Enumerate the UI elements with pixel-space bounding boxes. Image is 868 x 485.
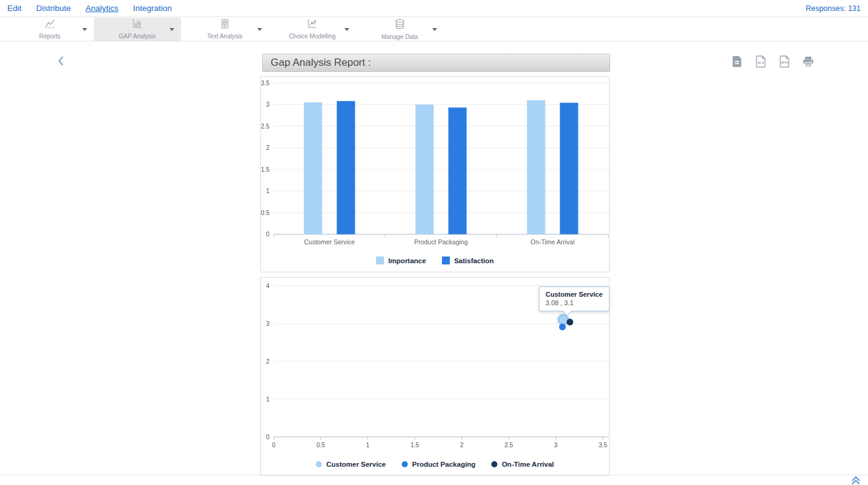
svg-text:3: 3 — [266, 320, 269, 327]
svg-text:1.5: 1.5 — [261, 166, 269, 173]
report-title-bar: Gap Analysis Report : — [262, 54, 610, 72]
svg-text:PPTX: PPTX — [781, 62, 789, 65]
svg-text:0.5: 0.5 — [261, 210, 269, 216]
page-title: Gap Analysis Report : — [271, 57, 371, 69]
svg-text:0.5: 0.5 — [316, 442, 325, 448]
svg-text:3.5: 3.5 — [261, 80, 269, 87]
double-chevron-up-icon — [850, 478, 862, 485]
legend-item-customer-service[interactable]: Customer Service — [316, 461, 386, 468]
export-document-button[interactable] — [729, 55, 744, 70]
export-pptx-button[interactable]: PPTX — [777, 55, 792, 70]
chevron-left-icon — [57, 59, 65, 68]
back-chevron-button[interactable] — [55, 55, 67, 68]
svg-text:0: 0 — [266, 434, 269, 441]
svg-text:2: 2 — [266, 358, 269, 365]
chevron-down-icon[interactable] — [432, 28, 437, 31]
toolbar-item-label: Manage Data — [382, 34, 418, 40]
product-packaging-swatch — [402, 461, 408, 467]
export-xls-button[interactable]: XLS — [753, 55, 768, 70]
svg-text:0: 0 — [266, 231, 269, 238]
scatter-chart-legend: Customer Service Product Packaging On-Ti… — [261, 461, 609, 468]
bar-chart-legend: Importance Satisfaction — [261, 257, 609, 264]
scroll-to-top-button[interactable] — [850, 476, 862, 485]
svg-text:3.5: 3.5 — [599, 442, 607, 448]
satisfaction-swatch — [442, 257, 450, 264]
legend-label: Satisfaction — [454, 257, 494, 264]
gap-bar-chart-card: 0.511.522.533.50Customer ServiceProduct … — [260, 76, 610, 272]
svg-text:4: 4 — [266, 283, 269, 289]
legend-item-importance[interactable]: Importance — [376, 257, 426, 264]
toolbar-item-label: Reports — [39, 33, 60, 40]
toolbar-item-reports[interactable]: Reports — [6, 18, 94, 41]
chevron-down-icon[interactable] — [344, 28, 349, 31]
gap-analysis-icon — [132, 19, 143, 31]
legend-item-product-packaging[interactable]: Product Packaging — [402, 461, 475, 468]
tooltip-title: Customer Service — [546, 291, 603, 298]
xls-file-icon: XLS — [755, 55, 766, 69]
svg-text:0: 0 — [272, 442, 276, 448]
importance-swatch — [376, 257, 384, 264]
svg-text:3: 3 — [266, 101, 269, 108]
toolbar-item-label: Choice Modelling — [289, 33, 336, 40]
line-chart-icon — [44, 19, 55, 31]
svg-text:2: 2 — [266, 144, 269, 151]
nav-item-integration[interactable]: Integration — [133, 4, 172, 13]
svg-text:1: 1 — [266, 396, 269, 403]
chevron-down-icon[interactable] — [82, 28, 87, 31]
svg-text:XLS: XLS — [757, 61, 764, 65]
document-export-icon — [731, 55, 742, 69]
text-analysis-icon — [220, 19, 230, 31]
toolbar-item-text-analysis[interactable]: Text Analysis — [181, 18, 269, 41]
svg-text:2.5: 2.5 — [505, 442, 513, 448]
svg-text:1: 1 — [266, 188, 269, 194]
tooltip-value: 3.08 , 3.1 — [546, 299, 603, 306]
pptx-file-icon: PPTX — [779, 55, 790, 69]
gap-scatter-chart-card: 1234000.511.522.533.5 Customer Service 3… — [260, 277, 610, 476]
legend-item-satisfaction[interactable]: Satisfaction — [442, 257, 494, 264]
top-nav-bar: Edit Distribute Analytics Integration Re… — [0, 0, 868, 17]
svg-text:2.5: 2.5 — [261, 123, 269, 130]
analytics-toolbar: Reports GAP Analysis Text Analysis Choic… — [0, 18, 868, 41]
svg-text:Product Packaging: Product Packaging — [414, 238, 468, 246]
importance-satisfaction-bar-chart[interactable]: 0.511.522.533.50Customer ServiceProduct … — [261, 77, 609, 250]
database-icon — [394, 19, 405, 32]
toolbar-item-label: Text Analysis — [207, 33, 243, 40]
nav-item-edit[interactable]: Edit — [7, 4, 21, 13]
toolbar-item-manage-data[interactable]: Manage Data — [356, 18, 444, 41]
choice-modelling-icon — [307, 19, 318, 31]
footer-divider — [0, 475, 868, 475]
customer-service-swatch — [316, 461, 322, 467]
legend-item-on-time-arrival[interactable]: On-Time Arrival — [491, 461, 554, 468]
legend-label: Product Packaging — [412, 461, 475, 468]
toolbar-item-label: GAP Analysis — [119, 33, 155, 40]
export-toolbar: XLS PPTX — [729, 55, 816, 70]
legend-label: Customer Service — [326, 461, 386, 468]
toolbar-item-gap-analysis[interactable]: GAP Analysis — [94, 18, 182, 41]
nav-item-distribute[interactable]: Distribute — [36, 4, 71, 13]
legend-label: On-Time Arrival — [502, 461, 554, 468]
chart-tooltip: Customer Service 3.08 , 3.1 — [539, 286, 610, 311]
svg-text:On-Time Arrival: On-Time Arrival — [530, 238, 575, 246]
print-icon — [802, 56, 814, 69]
nav-item-analytics[interactable]: Analytics — [85, 4, 118, 13]
svg-text:1: 1 — [366, 442, 370, 448]
main-menu: Edit Distribute Analytics Integration — [7, 4, 172, 13]
svg-text:Customer Service: Customer Service — [304, 238, 355, 246]
responses-count: Responses: 131 — [806, 4, 861, 13]
print-button[interactable] — [800, 55, 816, 70]
chevron-down-icon[interactable] — [257, 28, 262, 31]
svg-text:3: 3 — [554, 442, 558, 448]
on-time-arrival-swatch — [491, 461, 497, 467]
svg-text:2: 2 — [460, 442, 464, 448]
legend-label: Importance — [388, 257, 426, 264]
toolbar-item-choice-modelling[interactable]: Choice Modelling — [269, 18, 357, 41]
svg-text:1.5: 1.5 — [410, 442, 419, 448]
chevron-down-icon[interactable] — [169, 28, 174, 31]
